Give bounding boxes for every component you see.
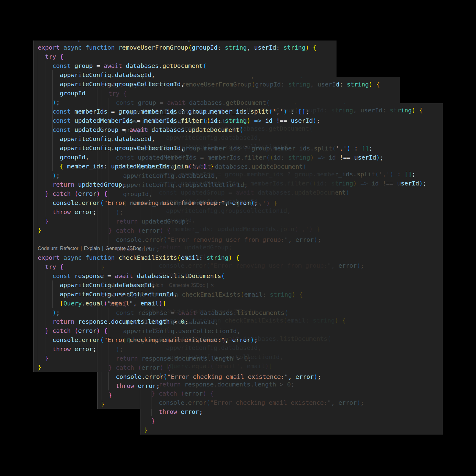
code-line: const response = await databases.listDoc… bbox=[38, 271, 337, 280]
code-line: } bbox=[38, 226, 337, 235]
code-line: } bbox=[38, 217, 337, 226]
code-line: console.error("Error removing user from … bbox=[38, 198, 337, 207]
code-line: appwriteConfig.databaseId, bbox=[38, 134, 337, 143]
code-line: ); bbox=[38, 308, 337, 317]
code-line: } bbox=[38, 354, 337, 363]
codelens-action-refactor[interactable]: Refactor bbox=[60, 246, 78, 251]
code-line: ); bbox=[38, 171, 337, 180]
code-line: } bbox=[38, 363, 337, 372]
code-line: const memberIds = group.member_ids ? gro… bbox=[38, 107, 337, 116]
code-line: return updatedGroup; bbox=[38, 180, 337, 189]
codelens-separator: | bbox=[78, 246, 84, 251]
code-line: [Query.equal("email", email)] bbox=[38, 299, 337, 308]
code-area: const updatedUser = await databases.upda… bbox=[35, 41, 337, 372]
code-line: console.error("Error checking email exis… bbox=[101, 372, 400, 381]
code-line: } catch (error) { bbox=[38, 326, 337, 335]
code-line: ); bbox=[38, 98, 337, 107]
code-line: groupId bbox=[38, 89, 337, 98]
code-line: const updatedMemberIds = memberIds.filte… bbox=[38, 116, 337, 125]
code-line: appwriteConfig.groupsCollectionId, bbox=[38, 143, 337, 153]
code-line: return response.documents.length > 0; bbox=[38, 317, 337, 326]
codelens-action-explain[interactable]: Explain bbox=[84, 246, 100, 251]
code-line: } bbox=[144, 425, 443, 435]
editor-viewport: const updatedUser = await databases.upda… bbox=[33, 41, 337, 372]
code-line: console.error("Error checking email exis… bbox=[38, 335, 337, 344]
code-line: } bbox=[101, 400, 400, 409]
clipped-top-line: const updatedUser = await databases.upda… bbox=[38, 41, 337, 43]
codelens-action-generate-jsdoc[interactable]: Generate JSDoc bbox=[105, 246, 141, 251]
code-line: appwriteConfig.databaseId, bbox=[38, 280, 337, 290]
editor-screenshot-collage: const updatedUser = await databases.upda… bbox=[0, 0, 476, 476]
codelens-provider-label: Codeium: bbox=[38, 246, 60, 251]
code-line: groupId, bbox=[38, 153, 337, 162]
code-panel-front: const updatedUser = await databases.upda… bbox=[33, 41, 337, 372]
code-line: const updatedUser = await databases.upda… bbox=[38, 41, 337, 43]
code-line: { member_ids: updatedMemberIds.join(',')… bbox=[38, 162, 337, 171]
code-line: const updatedGroup = await databases.upd… bbox=[38, 125, 337, 134]
code-line: appwriteConfig.databaseId, bbox=[38, 70, 337, 79]
code-line: appwriteConfig.groupsCollectionId, bbox=[38, 79, 337, 89]
code-line: appwriteConfig.userCollectionId, bbox=[38, 290, 337, 299]
codeium-codelens: Codeium: Refactor|Explain|Generate JSDoc… bbox=[38, 244, 337, 253]
code-line: export async function removeUserFromGrou… bbox=[38, 43, 337, 52]
code-line: } bbox=[144, 416, 443, 425]
codelens-dismiss-icon[interactable]: ✕ bbox=[147, 246, 151, 251]
codelens-separator: | bbox=[141, 246, 147, 251]
code-line: } bbox=[101, 390, 400, 400]
code-line: try { bbox=[38, 52, 337, 61]
code-line: throw error; bbox=[101, 381, 400, 390]
code-line: const group = await databases.getDocumen… bbox=[38, 61, 337, 70]
blank-line bbox=[38, 235, 337, 244]
codelens-separator: | bbox=[100, 246, 105, 251]
code-line: } catch (error) { bbox=[38, 189, 337, 198]
code-line: try { bbox=[38, 262, 337, 271]
code-line: throw error; bbox=[38, 344, 337, 354]
code-line: export async function checkEmailExists(e… bbox=[38, 253, 337, 262]
code-line: throw error; bbox=[38, 207, 337, 217]
